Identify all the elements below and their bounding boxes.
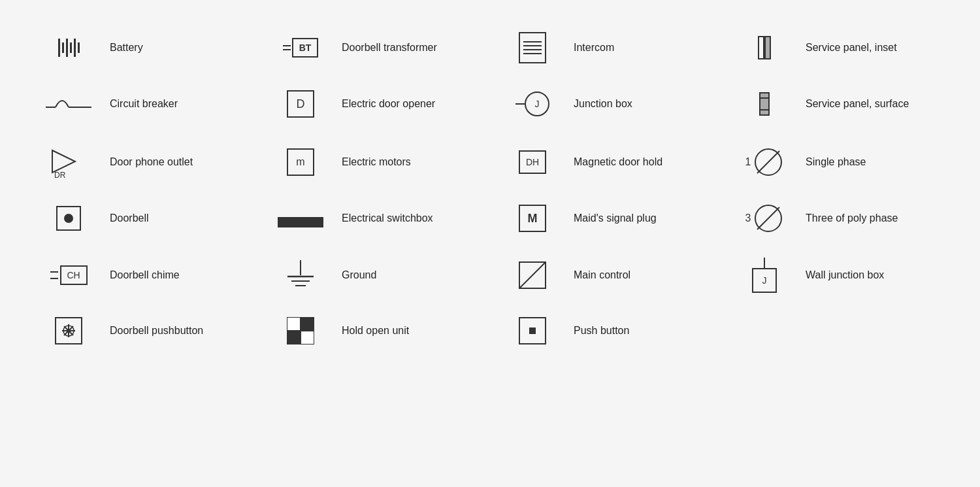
list-item: Ground [258,245,490,305]
single-phase-icon: 1 [735,147,794,177]
list-item: DH Magnetic door hold [490,132,722,192]
list-item: Service panel, inset [722,20,954,76]
electric-motors-icon: m [271,148,330,176]
junction-box-label: Junction box [574,98,632,110]
svg-point-26 [67,329,71,333]
ground-label: Ground [342,269,376,281]
door-phone-outlet-label: Door phone outlet [110,156,193,168]
list-item: 3 Three of poly phase [722,192,954,245]
bt-text: BT [292,38,318,58]
svg-line-10 [757,151,779,173]
doorbell-pushbutton-label: Doorbell pushbutton [110,325,203,337]
list-item: Doorbell [26,192,258,245]
service-panel-surface-label: Service panel, surface [806,98,909,110]
three-poly-phase-icon: 3 [735,203,794,233]
list-item: Hold open unit [258,305,490,357]
service-panel-surface-icon [735,88,794,120]
list-item: m Electric motors [258,132,490,192]
list-item: Electrical switchbox [258,192,490,245]
svg-rect-1 [765,37,770,59]
single-phase-label: Single phase [806,156,866,168]
svg-rect-11 [278,217,323,227]
push-button-icon [503,317,562,344]
push-button-label: Push button [574,325,629,337]
list-item-empty [722,305,954,357]
list-item: M Maid's signal plug [490,192,722,245]
list-item: CH Doorbell chime [26,245,258,305]
circuit-breaker-icon [39,91,98,117]
list-item: Service panel, surface [722,76,954,132]
intercom-label: Intercom [574,42,614,54]
main-control-label: Main control [574,269,630,281]
svg-line-19 [519,262,546,288]
list-item: Push button [490,305,722,357]
hold-open-unit-icon [271,317,330,344]
electric-door-opener-icon: D [271,90,330,118]
doorbell-chime-label: Doorbell chime [110,269,180,281]
three-poly-phase-label: Three of poly phase [806,212,898,224]
list-item: D Electric door opener [258,76,490,132]
list-item: J Junction box [490,76,722,132]
electrical-switchbox-icon [271,205,330,231]
list-item: J Wall junction box [722,245,954,305]
list-item: Intercom [490,20,722,76]
doorbell-chime-icon: CH [39,265,98,285]
maids-signal-plug-icon: M [503,205,562,232]
svg-rect-4 [760,93,769,115]
battery-label: Battery [110,42,143,54]
service-panel-inset-icon [735,31,794,64]
symbol-grid: Battery BT Doorbell transformer [26,20,954,357]
electrical-switchbox-label: Electrical switchbox [342,212,433,224]
list-item: DR Door phone outlet [26,132,258,192]
magnetic-door-hold-label: Magnetic door hold [574,156,662,168]
doorbell-transformer-icon: BT [271,38,330,58]
wall-junction-box-label: Wall junction box [806,269,884,281]
list-item: Main control [490,245,722,305]
doorbell-transformer-label: Doorbell transformer [342,42,437,54]
door-phone-outlet-icon: DR [39,144,98,180]
wall-junction-box-icon: J [735,258,794,293]
doorbell-pushbutton-icon [39,316,98,345]
magnetic-door-hold-icon: DH [503,150,562,174]
circuit-breaker-label: Circuit breaker [110,98,178,110]
electric-door-opener-label: Electric door opener [342,98,435,110]
svg-text:DR: DR [54,171,66,180]
svg-line-13 [757,207,779,229]
maids-signal-plug-label: Maid's signal plug [574,212,657,224]
list-item: Circuit breaker [26,76,258,132]
page: Battery BT Doorbell transformer [0,0,980,487]
service-panel-inset-label: Service panel, inset [806,42,897,54]
list-item: 1 Single phase [722,132,954,192]
doorbell-label: Doorbell [110,212,149,224]
list-item: BT Doorbell transformer [258,20,490,76]
doorbell-icon [39,206,98,231]
list-item: Doorbell pushbutton [26,305,258,357]
svg-rect-0 [759,37,764,59]
electric-motors-label: Electric motors [342,156,411,168]
list-item: Battery [26,20,258,76]
main-control-icon [503,260,562,290]
hold-open-unit-label: Hold open unit [342,325,409,337]
svg-marker-7 [52,150,75,173]
junction-box-icon: J [503,92,562,116]
intercom-icon [503,32,562,63]
ground-icon [271,257,330,293]
battery-icon [39,39,98,57]
